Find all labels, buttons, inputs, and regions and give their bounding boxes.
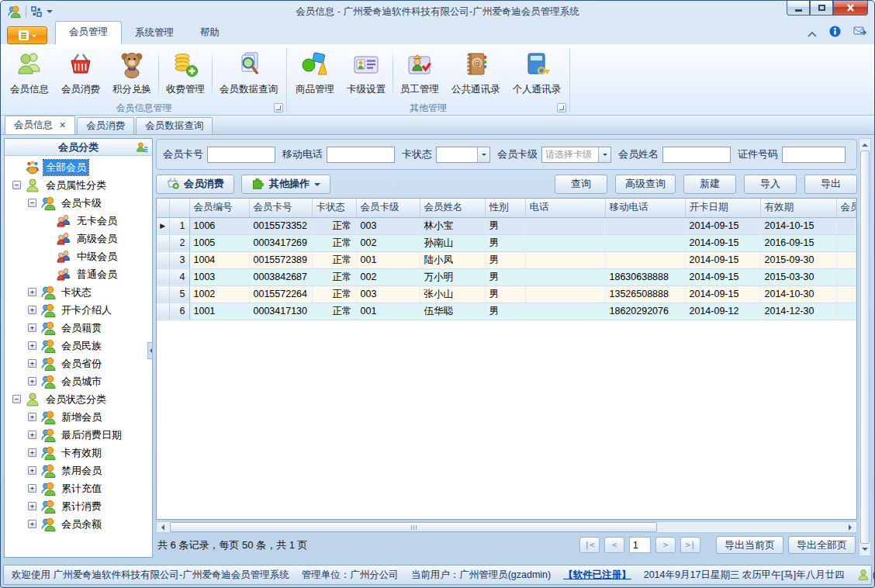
ribbon-button-goods[interactable]: 商品管理 bbox=[289, 47, 341, 101]
close-tab-icon[interactable]: ✕ bbox=[59, 121, 66, 130]
cell[interactable]: 003 bbox=[356, 285, 420, 303]
tree-node-label[interactable]: 最后消费日期 bbox=[59, 427, 124, 443]
ribbon-button-search-docs[interactable]: 会员数据查询 bbox=[213, 47, 284, 101]
cell[interactable]: 正常 bbox=[312, 234, 356, 251]
cell[interactable]: 0003417269 bbox=[249, 234, 312, 251]
tree-node[interactable]: +禁用会员 bbox=[8, 462, 152, 479]
column-header-10[interactable]: 有效期 bbox=[760, 199, 836, 217]
cell[interactable]: 男 bbox=[485, 217, 525, 234]
tree-node-label[interactable]: 全部会员 bbox=[43, 160, 88, 175]
filter-select[interactable] bbox=[436, 147, 490, 163]
toolbar-action-button-2[interactable]: 高级查询 bbox=[615, 175, 676, 194]
tree-node[interactable]: 无卡会员 bbox=[8, 212, 152, 230]
column-header-9[interactable]: 开卡日期 bbox=[685, 199, 760, 217]
toolbar-button-basket-add[interactable]: 会员消费 bbox=[156, 175, 234, 194]
ribbon-tab-2[interactable]: 系统管理 bbox=[122, 22, 187, 44]
qat-layout-icon[interactable] bbox=[31, 6, 42, 17]
tree-node-label[interactable]: 卡有效期 bbox=[59, 445, 104, 461]
prev-page-button[interactable]: < bbox=[604, 537, 624, 553]
cell[interactable] bbox=[605, 251, 685, 268]
expand-node-icon[interactable]: + bbox=[28, 377, 36, 386]
toolbar-action-button-4[interactable]: 导入 bbox=[744, 175, 797, 194]
tree-node[interactable]: +会员余额 bbox=[8, 515, 152, 533]
first-page-button[interactable]: |< bbox=[579, 537, 600, 553]
collapse-node-icon[interactable]: − bbox=[12, 181, 21, 189]
tree-node[interactable]: 中级会员 bbox=[8, 247, 152, 265]
restore-button[interactable] bbox=[810, 1, 833, 16]
tree-node[interactable]: 普通会员 bbox=[8, 265, 152, 283]
tree-node[interactable]: +卡有效期 bbox=[8, 444, 152, 462]
ribbon-button-address-book[interactable]: @公共通讯录 bbox=[445, 47, 507, 101]
chevron-down-icon[interactable] bbox=[477, 147, 489, 162]
ribbon-button-staff[interactable]: 员工管理 bbox=[394, 47, 445, 101]
tree-node-label[interactable]: 会员余额 bbox=[59, 517, 104, 532]
application-menu-button[interactable] bbox=[7, 26, 47, 44]
expand-node-icon[interactable]: + bbox=[28, 502, 36, 510]
tree-node-label[interactable]: 禁用会员 bbox=[59, 463, 104, 479]
cell[interactable]: 2014-10-15 bbox=[760, 217, 836, 234]
cell[interactable]: 2014-09-15 bbox=[685, 268, 760, 285]
last-page-button[interactable]: >| bbox=[680, 537, 700, 553]
cell[interactable]: 2016-09-15 bbox=[760, 234, 836, 251]
expand-node-icon[interactable]: + bbox=[28, 431, 36, 439]
ribbon-button-teddy[interactable]: 积分兑换 bbox=[106, 47, 157, 101]
dialog-launcher-icon[interactable] bbox=[557, 103, 566, 112]
cell[interactable]: 林小宝 bbox=[420, 217, 485, 234]
ribbon-button-coins[interactable]: 收费管理 bbox=[160, 47, 211, 101]
cell[interactable]: 1001 bbox=[189, 303, 249, 320]
cell[interactable]: 男 bbox=[485, 251, 525, 268]
tree-node-label[interactable]: 高级会员 bbox=[74, 231, 119, 247]
column-header-5[interactable]: 会员姓名 bbox=[420, 199, 485, 217]
filter-select[interactable]: 请选择卡级 bbox=[541, 147, 611, 163]
column-header-4[interactable]: 会员卡级 bbox=[356, 199, 420, 217]
member-category-icon[interactable] bbox=[136, 141, 148, 154]
cell[interactable] bbox=[836, 303, 856, 320]
doc-tab-3[interactable]: 会员数据查询 bbox=[136, 117, 213, 134]
ribbon-tab-1[interactable]: 会员管理 bbox=[55, 21, 122, 44]
cell[interactable] bbox=[836, 251, 856, 268]
tree-node-label[interactable]: 会员省份 bbox=[59, 356, 104, 372]
tree-node[interactable]: +开卡介绍人 bbox=[8, 301, 152, 319]
toolbar-button-puzzle[interactable]: 其他操作 bbox=[241, 175, 330, 194]
cell[interactable]: 1006 bbox=[189, 217, 249, 234]
cell[interactable] bbox=[525, 268, 605, 285]
cell[interactable]: 男 bbox=[485, 234, 525, 251]
tree-node[interactable]: +新增会员 bbox=[8, 408, 152, 426]
collapse-node-icon[interactable]: − bbox=[12, 395, 21, 403]
toolbar-action-button-3[interactable]: 新建 bbox=[683, 175, 736, 194]
cell[interactable]: 男 bbox=[485, 285, 525, 303]
cell[interactable]: 001 bbox=[356, 251, 420, 268]
column-header-7[interactable]: 电话 bbox=[525, 199, 605, 217]
filter-input[interactable] bbox=[207, 147, 275, 163]
ribbon-button-basket[interactable]: 会员消费 bbox=[55, 47, 106, 101]
cell[interactable]: 男 bbox=[485, 303, 525, 320]
tree-node[interactable]: +会员省份 bbox=[8, 355, 152, 372]
cell[interactable]: 2014-12-30 bbox=[760, 303, 836, 320]
tree-node-label[interactable]: 无卡会员 bbox=[74, 213, 119, 229]
tree-node[interactable]: +会员城市 bbox=[8, 372, 152, 390]
table-row-6[interactable]: 610010003417130正常001伍华聪男186202920762014-… bbox=[157, 303, 856, 320]
tree-node-label[interactable]: 中级会员 bbox=[74, 249, 119, 265]
cell[interactable]: 陆小凤 bbox=[420, 251, 485, 268]
dialog-launcher-icon[interactable] bbox=[274, 103, 283, 112]
cell[interactable]: 正常 bbox=[312, 217, 356, 234]
sidebar-collapse-handle[interactable] bbox=[147, 342, 153, 359]
next-page-button[interactable]: > bbox=[655, 537, 676, 553]
cell[interactable]: 张小山 bbox=[420, 285, 485, 303]
expand-node-icon[interactable]: + bbox=[28, 520, 36, 528]
table-row-5[interactable]: 510020015572264正常003张小山男135265088882014-… bbox=[157, 285, 856, 303]
tree-node-label[interactable]: 卡状态 bbox=[59, 285, 94, 300]
column-header-6[interactable]: 性别 bbox=[485, 199, 525, 217]
doc-tab-2[interactable]: 会员消费 bbox=[77, 117, 134, 134]
expand-node-icon[interactable]: + bbox=[28, 288, 36, 296]
cell[interactable]: 2014-09-15 bbox=[685, 251, 760, 268]
collapse-node-icon[interactable]: − bbox=[28, 199, 36, 207]
tree-node[interactable]: +累计充值 bbox=[8, 479, 152, 497]
cell[interactable] bbox=[836, 285, 856, 303]
table-row-3[interactable]: 310040015572389正常001陆小凤男2014-09-152015-0… bbox=[157, 251, 856, 268]
cell[interactable]: 0003842687 bbox=[249, 268, 312, 285]
table-row-1[interactable]: ▶110060015573352正常003林小宝男2014-09-152014-… bbox=[157, 217, 856, 234]
table-row-4[interactable]: 410030003842687正常002万小明男186306388882014-… bbox=[157, 268, 856, 285]
cell[interactable]: 1004 bbox=[189, 251, 249, 268]
tree-node[interactable]: +累计消费 bbox=[8, 497, 152, 515]
